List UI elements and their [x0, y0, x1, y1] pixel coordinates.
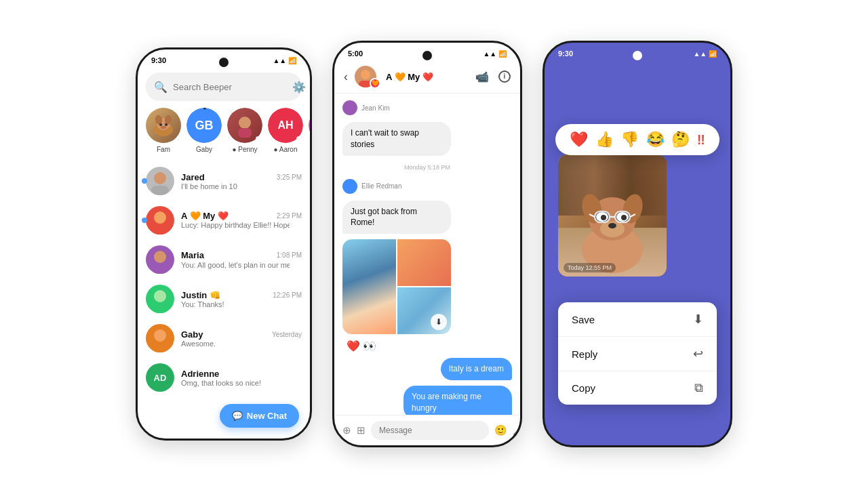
phone-1: 9:30 ▲▲ 📶 🔍 ⚙️ Fam GB Welcome toblue bub…	[136, 47, 312, 441]
svg-point-31	[601, 215, 606, 220]
mic-icon[interactable]: 🎤	[513, 424, 522, 436]
emoji-exclaim[interactable]: ‼️	[697, 132, 705, 148]
chat-time-maria: 1:08 PM	[277, 251, 302, 259]
signal-icons-3: ▲▲ 📶	[693, 50, 717, 58]
jean-label: Jean Kim	[361, 104, 390, 112]
video-call-icon[interactable]: 📹	[475, 70, 489, 83]
penny-online	[256, 136, 261, 142]
user-avatar[interactable]	[311, 77, 312, 96]
svg-point-7	[239, 117, 251, 129]
phone-3: 9:30 ▲▲ 📶 ❤️ 👍 👎 😂 🤔 ‼️	[542, 41, 732, 447]
chat-header-title: A 🧡 My ❤️	[386, 72, 433, 82]
context-reply[interactable]: Reply ↩	[558, 337, 717, 371]
notch-3	[633, 51, 642, 60]
chat-name-adrienne: Adrienne	[181, 369, 219, 379]
new-chat-label: New Chat	[247, 411, 287, 421]
chat-time-amy: 2:29 PM	[277, 212, 302, 220]
chat-avatar-justin	[146, 285, 174, 313]
timestamp-monday: Monday 5:18 PM	[342, 164, 512, 171]
reaction-row: ❤️ 👀	[342, 340, 512, 352]
unread-dot-jared	[142, 178, 147, 184]
svg-point-22	[361, 70, 370, 79]
chat-time-jared: 3:25 PM	[277, 174, 302, 181]
msg-jean: I can't wait to swap stories	[342, 122, 512, 156]
search-input[interactable]	[173, 82, 287, 92]
story-fam[interactable]: Fam	[146, 108, 181, 153]
emoji-think[interactable]: 🤔	[671, 131, 690, 148]
chat-avatar-amy	[146, 206, 174, 235]
chat-item-adrienne[interactable]: AD Adrienne Omg, that looks so nice!	[138, 358, 310, 397]
chat-name-justin: Justin 👊	[181, 290, 220, 300]
message-input[interactable]	[371, 421, 489, 440]
time-2: 5:00	[348, 49, 363, 58]
svg-rect-13	[151, 186, 169, 195]
chat-item-maria[interactable]: Maria 1:08 PM You: All good, let's plan …	[138, 240, 310, 279]
new-chat-button[interactable]: 💬 New Chat	[220, 404, 299, 428]
msg-outgoing-2: You are making me hungry	[342, 386, 512, 415]
chat-preview-maria: You: All good, let's plan in our meeting…	[181, 260, 290, 269]
reaction-eyes[interactable]: 👀	[363, 340, 376, 352]
chat-item-gaby[interactable]: Gaby Yesterday Awesome.	[138, 319, 310, 358]
search-icon: 🔍	[154, 81, 167, 94]
header-badge: 🧡	[370, 78, 380, 89]
reaction-heart[interactable]: ❤️	[347, 340, 360, 352]
story-penny[interactable]: ● Penny	[227, 108, 262, 153]
story-aaron[interactable]: AH ● Aaron	[268, 108, 303, 153]
chat-info-maria: Maria 1:08 PM You: All good, let's plan …	[181, 250, 302, 269]
svg-point-33	[608, 223, 616, 228]
svg-point-32	[621, 215, 627, 220]
dog-photo[interactable]: Today 12:55 PM	[558, 155, 667, 277]
photo-timestamp: Today 12:55 PM	[564, 263, 616, 272]
svg-rect-8	[238, 128, 252, 138]
msg-ellie-text: Just got back from Rome!	[342, 201, 512, 235]
chat-avatar-gaby2	[146, 324, 174, 352]
time-3: 9:30	[558, 49, 573, 58]
header-avatars: 🧡	[355, 66, 376, 87]
chat-item-justin[interactable]: Justin 👊 12:26 PM You: Thanks!	[138, 279, 310, 319]
svg-rect-17	[151, 264, 169, 274]
info-icon[interactable]: i	[498, 70, 511, 83]
back-button[interactable]: ‹	[344, 70, 348, 84]
unread-dot-amy	[142, 218, 147, 223]
chat-info-gaby: Gaby Yesterday Awesome.	[181, 329, 302, 348]
chat-preview-jared: I'll be home in 10	[181, 182, 290, 190]
signal-icons-2: ▲▲ 📶	[483, 50, 507, 58]
add-icon[interactable]: ⊕	[342, 424, 351, 436]
emoji-thumbs-up[interactable]: 👍	[595, 131, 614, 148]
story-fam-label: Fam	[157, 146, 170, 153]
emoji-laugh[interactable]: 😂	[646, 131, 665, 148]
chat-header-info: 🧡 A 🧡 My ❤️	[355, 66, 469, 87]
save-icon: ⬇	[693, 312, 703, 327]
emoji-heart[interactable]: ❤️	[570, 131, 588, 148]
svg-point-14	[154, 211, 166, 224]
chat-info-jared: Jared 3:25 PM I'll be home in 10	[181, 172, 302, 190]
chat-header: ‹ 🧡 A 🧡 My ❤️ 📹 i	[334, 60, 520, 94]
notch-2	[422, 51, 432, 60]
story-penny-label: ● Penny	[232, 146, 257, 153]
sticker-icon[interactable]: ⊞	[357, 424, 366, 436]
sender-jean: Jean Kim	[342, 100, 512, 115]
notch-1	[219, 58, 229, 67]
download-photo-button[interactable]: ⬇	[431, 314, 447, 330]
new-chat-icon: 💬	[232, 411, 243, 421]
emoji-thumbs-down[interactable]: 👎	[620, 131, 639, 148]
emoji-picker[interactable]: ❤️ 👍 👎 😂 🤔 ‼️	[555, 124, 719, 155]
chat-item-amy[interactable]: A 🧡 My ❤️ 2:29 PM Lucy: Happy birthday E…	[138, 201, 310, 240]
context-copy[interactable]: Copy ⧉	[558, 371, 717, 405]
photo-collage[interactable]: ⬇	[342, 239, 451, 334]
settings-icon[interactable]: ⚙️	[292, 81, 306, 94]
photo-cell-2	[397, 239, 451, 286]
aaron-online	[296, 136, 302, 142]
context-save[interactable]: Save ⬇	[558, 302, 717, 337]
chat-item-jared[interactable]: Jared 3:25 PM I'll be home in 10	[138, 161, 310, 201]
emoji-icon[interactable]: 🙂	[494, 424, 507, 436]
svg-rect-15	[151, 225, 169, 235]
photo-cell-1	[342, 239, 396, 334]
svg-point-5	[165, 123, 167, 126]
chat-time-gaby: Yesterday	[272, 331, 302, 338]
story-gaby[interactable]: GB Welcome toblue bubbles! Gaby	[186, 108, 222, 153]
story-tori[interactable]: TS Tori	[309, 108, 310, 153]
search-bar[interactable]: 🔍 ⚙️	[146, 73, 302, 101]
gaby-avatar: GB	[186, 108, 222, 143]
bubble-outgoing-2: You are making me hungry	[403, 386, 512, 415]
